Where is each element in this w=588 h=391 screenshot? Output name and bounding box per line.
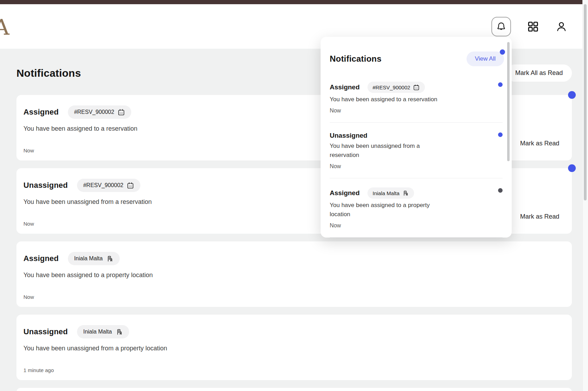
page-scrollbar-thumb[interactable] [584, 4, 587, 200]
badge-label: #RESV_900002 [74, 109, 114, 115]
notification-timestamp: 1 minute ago [23, 367, 565, 373]
brand-logo: A [0, 16, 9, 38]
top-accent-bar [0, 0, 588, 4]
notification-message: You have been assigned to a reservation [330, 95, 447, 104]
reference-badge: Iniala Malta [68, 252, 120, 265]
notification-card-partial [16, 388, 572, 391]
bell-icon [496, 21, 506, 32]
unread-dot [498, 132, 503, 137]
dropdown-notification-item[interactable]: Unassigned You have been unassigned from… [330, 123, 503, 178]
apps-grid-icon [526, 20, 540, 33]
notification-message: You have been assigned to a property loc… [23, 271, 565, 279]
reference-badge: Iniala Malta [368, 187, 414, 199]
user-profile-button[interactable] [555, 20, 568, 33]
notification-type-label: Unassigned [23, 327, 68, 336]
notification-message: You have been unassigned from a reservat… [330, 142, 447, 160]
notification-timestamp: Now [330, 106, 503, 115]
notification-type-label: Assigned [330, 189, 360, 197]
building-icon [115, 328, 123, 336]
notifications-bell-button[interactable] [491, 17, 511, 36]
badge-label: #RESV_900002 [83, 182, 124, 188]
unread-dot [498, 82, 503, 87]
badge-label: Iniala Malta [373, 190, 400, 196]
dropdown-scrollbar-thumb[interactable] [507, 42, 510, 161]
building-icon [402, 190, 409, 197]
notifications-dropdown-panel: Notifications View All Assigned #RESV_90… [321, 37, 512, 238]
unread-dot [498, 188, 503, 193]
view-all-button[interactable]: View All [467, 52, 504, 66]
reference-badge: #RESV_900002 [368, 82, 425, 93]
notification-message: You have been unassigned from a property… [23, 344, 565, 352]
mark-as-read-button[interactable]: Mark as Read [520, 140, 559, 147]
notification-timestamp: Now [23, 294, 565, 300]
badge-label: Iniala Malta [74, 255, 103, 262]
dropdown-notification-item[interactable]: Assigned Iniala Malta You have been assi… [330, 178, 503, 238]
dropdown-notification-list: Assigned #RESV_900002 You have been assi… [321, 70, 512, 238]
dropdown-title: Notifications [330, 54, 382, 64]
reference-badge: #RESV_900002 [77, 179, 141, 192]
notification-card: Assigned Iniala Malta You have been assi… [16, 241, 572, 307]
dropdown-notification-item[interactable]: Assigned #RESV_900002 You have been assi… [330, 73, 503, 123]
user-icon [555, 20, 568, 33]
mark-as-read-button[interactable]: Mark as Read [520, 213, 559, 220]
notification-type-label: Assigned [330, 83, 360, 91]
badge-label: Iniala Malta [83, 329, 112, 335]
notification-type-label: Assigned [23, 108, 59, 117]
building-icon [106, 255, 113, 262]
notification-card: Unassigned Iniala Malta You have been un… [16, 315, 572, 380]
mark-all-as-read-button[interactable]: Mark All as Read [506, 64, 572, 82]
calendar-icon [118, 109, 125, 116]
unread-dot [568, 91, 576, 99]
unread-dot [500, 49, 505, 55]
reference-badge: #RESV_900002 [68, 105, 132, 119]
apps-grid-button[interactable] [526, 20, 540, 33]
reference-badge: Iniala Malta [77, 325, 129, 338]
notification-type-label: Assigned [23, 254, 59, 263]
calendar-icon [127, 182, 134, 189]
notification-timestamp: Now [330, 221, 503, 230]
notification-type-label: Unassigned [330, 132, 368, 139]
notification-timestamp: Now [330, 162, 503, 171]
unread-dot [568, 164, 576, 172]
notification-type-label: Unassigned [23, 181, 68, 190]
notification-message: You have been assigned to a property loc… [330, 201, 447, 219]
calendar-icon [413, 84, 420, 91]
badge-label: #RESV_900002 [373, 84, 411, 90]
